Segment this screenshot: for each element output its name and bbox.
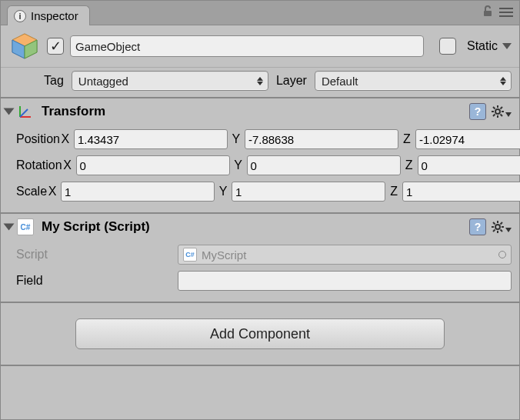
tab-title: Inspector [31, 9, 78, 22]
transform-body: Position X Y Z Rotation X Y Z [1, 125, 519, 212]
svg-point-8 [495, 109, 500, 114]
add-component-label: Add Component [210, 326, 310, 342]
axis-z: Z [402, 132, 412, 146]
field-label: Field [16, 274, 178, 288]
svg-line-23 [501, 230, 503, 232]
transform-header[interactable]: Transform ? [1, 98, 519, 125]
axis-x: X [60, 132, 71, 146]
myscript-header[interactable]: C# My Script (Script) ? [1, 214, 519, 240]
myscript-component: C# My Script (Script) ? [1, 214, 519, 303]
axis-y: Y [218, 185, 228, 198]
layer-value: Default [322, 75, 358, 88]
gameobject-header: ✓ Static [1, 25, 519, 68]
add-component-button[interactable]: Add Component [75, 318, 445, 349]
component-settings[interactable] [491, 220, 512, 234]
scale-y-input[interactable] [232, 182, 385, 202]
foldout-icon [4, 224, 15, 231]
rotation-label: Rotation [16, 158, 62, 172]
field-input[interactable] [178, 271, 512, 291]
enabled-checkbox[interactable]: ✓ [47, 38, 64, 55]
axis-z: Z [388, 185, 399, 198]
add-component-area: Add Component [1, 303, 519, 366]
script-label: Script [16, 248, 178, 262]
axis-y: Y [233, 158, 244, 172]
position-x-input[interactable] [74, 129, 228, 149]
static-toggle-area: Static [433, 38, 512, 55]
gameobject-name-input[interactable] [70, 35, 424, 57]
svg-line-24 [501, 222, 503, 225]
tag-label: Tag [44, 74, 64, 88]
static-label: Static [467, 39, 498, 53]
field-row: Field [16, 268, 512, 294]
updown-icon [257, 77, 263, 85]
help-icon[interactable]: ? [469, 218, 486, 235]
tag-layer-row: Tag Untagged Layer Default [1, 68, 519, 98]
scale-x-input[interactable] [61, 182, 215, 202]
rotation-y-input[interactable] [247, 155, 401, 175]
gameobject-icon[interactable] [8, 30, 41, 62]
axis-y: Y [231, 132, 242, 146]
svg-line-13 [493, 107, 495, 109]
scale-label: Scale [16, 185, 47, 198]
layer-popup[interactable]: Default [315, 71, 512, 91]
svg-line-15 [501, 107, 503, 109]
component-settings[interactable] [491, 105, 512, 118]
svg-line-7 [20, 109, 28, 117]
transform-title: Transform [42, 104, 105, 119]
script-object-field[interactable]: C# MyScript [178, 245, 512, 265]
scale-row: Scale X Y Z [16, 178, 512, 205]
rotation-x-input[interactable] [76, 155, 230, 175]
rotation-row: Rotation X Y Z [16, 152, 512, 178]
svg-rect-0 [484, 11, 492, 16]
transform-icon [17, 103, 34, 120]
inspector-tab[interactable]: i Inspector [7, 5, 90, 25]
myscript-body: Script C# MyScript Field [1, 240, 519, 302]
position-row: Position X Y Z [16, 126, 512, 152]
inspector-window: i Inspector ✓ [0, 0, 520, 420]
csharp-script-icon: C# [17, 218, 34, 235]
foldout-icon [4, 108, 15, 115]
script-row: Script C# MyScript [16, 242, 512, 268]
transform-component: Transform ? [1, 98, 519, 214]
tag-value: Untagged [78, 75, 128, 88]
tab-context-controls [481, 5, 513, 18]
chevron-down-icon [505, 112, 512, 117]
position-z-input[interactable] [415, 129, 520, 149]
layer-label: Layer [276, 74, 307, 88]
chevron-down-icon [505, 228, 512, 232]
axis-z: Z [404, 158, 415, 172]
svg-line-16 [493, 115, 495, 117]
position-y-input[interactable] [245, 129, 398, 149]
svg-line-22 [493, 222, 495, 225]
updown-icon [500, 77, 506, 85]
axis-x: X [47, 185, 58, 198]
tab-bar: i Inspector [1, 1, 519, 25]
rotation-z-input[interactable] [418, 155, 520, 175]
svg-line-25 [493, 230, 495, 232]
object-picker-icon[interactable] [498, 251, 506, 258]
context-menu-icon[interactable] [499, 6, 513, 17]
svg-line-14 [501, 115, 503, 117]
scale-z-input[interactable] [402, 182, 520, 202]
tag-popup[interactable]: Untagged [72, 71, 268, 91]
help-icon[interactable]: ? [469, 103, 486, 120]
axis-x: X [62, 158, 73, 172]
lock-icon[interactable] [481, 5, 495, 18]
position-label: Position [16, 132, 60, 146]
static-dropdown-icon[interactable] [502, 43, 512, 49]
info-icon: i [14, 10, 26, 22]
svg-point-17 [495, 225, 500, 229]
csharp-file-icon: C# [183, 248, 197, 262]
static-checkbox[interactable] [439, 38, 456, 55]
myscript-title: My Script (Script) [42, 219, 150, 235]
script-value: MyScript [202, 248, 246, 262]
